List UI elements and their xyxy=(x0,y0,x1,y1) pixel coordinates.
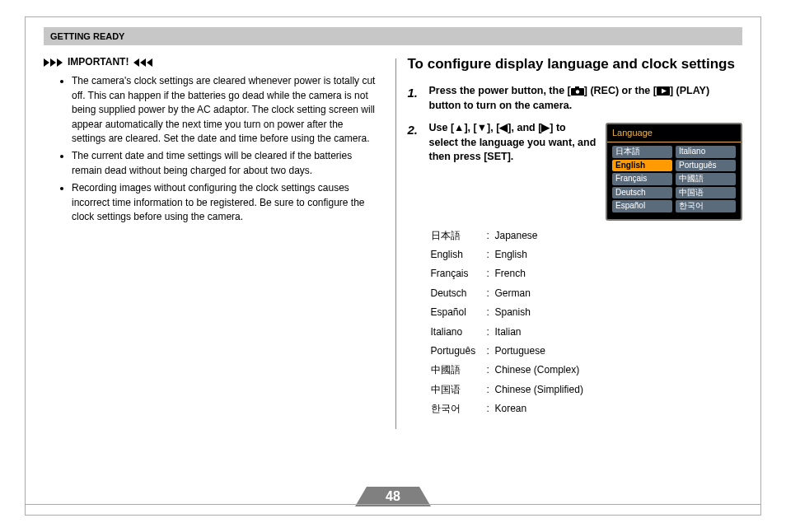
language-colon: : xyxy=(487,402,495,416)
content-columns: IMPORTANT! The camera's clock settings a… xyxy=(26,45,760,429)
menu-option: 中國語 xyxy=(676,173,736,185)
step-1: 1. Press the power button, the [] (REC) … xyxy=(408,84,743,113)
triangle-right-icon xyxy=(44,58,63,67)
language-colon: : xyxy=(487,383,495,397)
step-body: Use [▲], [▼], [◀], and [▶] to select the… xyxy=(429,121,598,220)
svg-point-2 xyxy=(576,91,579,94)
language-colon: : xyxy=(487,267,495,281)
page-frame: GETTING READY IMPORTANT! The camera's cl… xyxy=(25,16,761,516)
language-native: Español xyxy=(431,306,487,320)
language-row: 한국어: Korean xyxy=(431,402,743,416)
camera-icon xyxy=(571,86,584,96)
step1-text-b: ] (REC) or the [ xyxy=(584,85,657,96)
important-heading: IMPORTANT! xyxy=(44,55,379,69)
step1-text-a: Press the power button, the [ xyxy=(429,85,571,96)
language-translation: Chinese (Simplified) xyxy=(495,383,583,397)
language-native: 中国语 xyxy=(431,383,487,397)
language-row: 日本語: Japanese xyxy=(431,229,743,243)
language-table: 日本語: JapaneseEnglish: EnglishFrançais: F… xyxy=(431,229,743,417)
language-colon: : xyxy=(487,344,495,358)
language-menu-screenshot: Language 日本語ItalianoEnglishPortuguêsFran… xyxy=(606,123,742,220)
language-row: Italiano: Italian xyxy=(431,325,743,339)
language-native: English xyxy=(431,248,487,262)
language-colon: : xyxy=(487,306,495,320)
menu-divider xyxy=(607,142,741,142)
important-label: IMPORTANT! xyxy=(68,55,129,69)
right-column: To configure display language and clock … xyxy=(396,55,743,429)
language-row: Français: French xyxy=(431,267,743,281)
language-colon: : xyxy=(487,287,495,301)
section-title: To configure display language and clock … xyxy=(408,55,743,72)
language-translation: Japanese xyxy=(495,229,538,243)
bullet-item: The current date and time settings will … xyxy=(72,149,379,178)
language-translation: Spanish xyxy=(495,306,531,320)
section-header-text: GETTING READY xyxy=(50,31,124,41)
menu-grid: 日本語ItalianoEnglishPortuguêsFrançais中國語De… xyxy=(607,144,741,219)
language-row: Español: Spanish xyxy=(431,306,743,320)
language-row: 中国语: Chinese (Simplified) xyxy=(431,383,743,397)
language-native: 中國語 xyxy=(431,363,487,377)
language-translation: Portuguese xyxy=(495,344,545,358)
triangle-left-icon xyxy=(133,58,152,67)
language-native: Deutsch xyxy=(431,287,487,301)
menu-option: Italiano xyxy=(676,146,736,158)
menu-option: Português xyxy=(676,160,736,172)
language-row: 中國語: Chinese (Complex) xyxy=(431,363,743,377)
play-icon xyxy=(657,86,670,96)
step-number: 1. xyxy=(408,84,423,113)
menu-heading: Language xyxy=(607,124,741,142)
language-row: English: English xyxy=(431,248,743,262)
menu-option: Deutsch xyxy=(612,187,672,199)
bullet-item: Recording images without configuring the… xyxy=(72,181,379,224)
bullet-item: The camera's clock settings are cleared … xyxy=(72,74,379,146)
language-native: 日本語 xyxy=(431,229,487,243)
menu-option: Français xyxy=(612,173,672,185)
language-row: Português: Portuguese xyxy=(431,344,743,358)
language-translation: Korean xyxy=(495,402,527,416)
language-translation: Italian xyxy=(495,325,522,339)
language-native: 한국어 xyxy=(431,402,487,416)
menu-option: English xyxy=(612,160,672,172)
language-colon: : xyxy=(487,363,495,377)
language-translation: English xyxy=(495,248,527,262)
language-translation: Chinese (Complex) xyxy=(495,363,580,377)
menu-option: 日本語 xyxy=(612,146,672,158)
important-bullet-list: The camera's clock settings are cleared … xyxy=(44,74,379,224)
menu-option: 한국어 xyxy=(676,200,736,212)
menu-option: Español xyxy=(612,200,672,212)
step-2: 2. Use [▲], [▼], [◀], and [▶] to select … xyxy=(408,121,743,220)
language-colon: : xyxy=(487,248,495,262)
language-translation: German xyxy=(495,287,531,301)
language-translation: French xyxy=(495,267,526,281)
left-column: IMPORTANT! The camera's clock settings a… xyxy=(44,55,395,429)
menu-option: 中国语 xyxy=(676,187,736,199)
page-number: 48 xyxy=(386,489,400,504)
step-body: Press the power button, the [] (REC) or … xyxy=(429,84,743,113)
language-colon: : xyxy=(487,229,495,243)
section-header-bar: GETTING READY xyxy=(44,27,742,45)
svg-rect-1 xyxy=(575,86,579,89)
footer-line xyxy=(25,504,761,505)
language-row: Deutsch: German xyxy=(431,287,743,301)
language-colon: : xyxy=(487,325,495,339)
step-number: 2. xyxy=(408,121,423,220)
language-native: Português xyxy=(431,344,487,358)
language-native: Français xyxy=(431,267,487,281)
language-native: Italiano xyxy=(431,325,487,339)
